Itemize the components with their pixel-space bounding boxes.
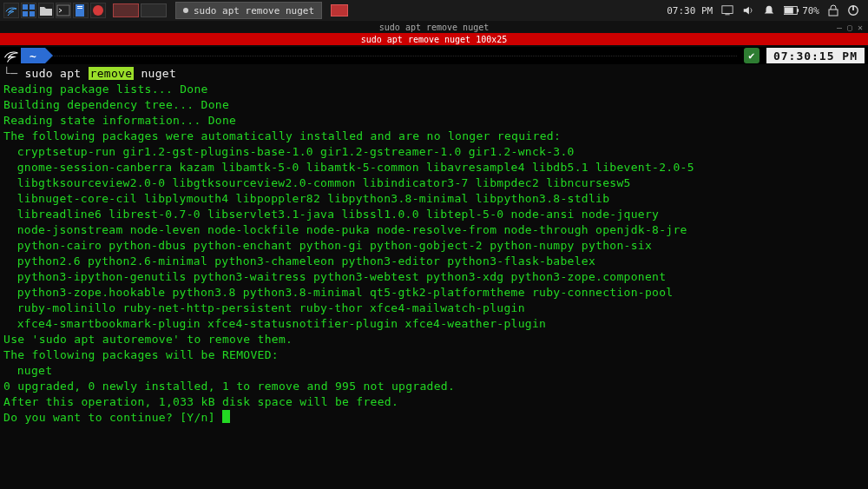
svg-rect-16 bbox=[852, 6, 854, 10]
auto-pkg-line: cryptsetup-run gir1.2-gst-plugins-base-1… bbox=[3, 144, 865, 160]
svg-rect-6 bbox=[77, 6, 82, 7]
minimize-icon[interactable]: — bbox=[837, 23, 842, 32]
system-taskbar: sudo apt remove nuget 07:30 PM 70% bbox=[0, 0, 868, 21]
auto-pkg-line: python-cairo python-dbus python-enchant … bbox=[3, 238, 865, 254]
line-auto-header: The following packages were automaticall… bbox=[3, 129, 561, 142]
line-reading-state: Reading state information... Done bbox=[3, 114, 236, 127]
close-icon[interactable]: ✕ bbox=[858, 23, 863, 32]
lock-icon[interactable] bbox=[828, 4, 838, 17]
auto-pkg-line: libreadline6 librest-0.7-0 libservlet3.1… bbox=[3, 207, 865, 222]
taskbar-clock[interactable]: 07:30 PM bbox=[667, 5, 713, 17]
task-title: sudo apt remove nuget bbox=[194, 5, 314, 17]
terminal-output[interactable]: └─ sudo apt remove nuget Reading package… bbox=[0, 64, 868, 429]
cmd-prefix: sudo apt bbox=[24, 67, 88, 80]
status-ok-icon: ✔ bbox=[744, 48, 760, 63]
task-dot-icon bbox=[183, 8, 188, 13]
kali-logo-icon bbox=[3, 48, 19, 63]
files-icon[interactable] bbox=[38, 3, 54, 18]
prompt-bar: ~ ✔ 07:30:15 PM bbox=[0, 47, 868, 64]
kali-menu-icon[interactable] bbox=[3, 3, 19, 18]
auto-pkg-line: libnuget-core-cil libplymouth4 libpopple… bbox=[3, 191, 865, 207]
workspace-switcher[interactable] bbox=[113, 3, 167, 17]
auto-pkg-line: gnome-session-canberra kazam libamtk-5-0… bbox=[3, 160, 865, 175]
svg-rect-13 bbox=[785, 7, 793, 13]
auto-pkg-line: python2.6 python2.6-minimal python3-cham… bbox=[3, 254, 865, 269]
terminal-launcher-icon[interactable] bbox=[56, 3, 71, 18]
power-icon[interactable] bbox=[847, 4, 859, 17]
line-confirm: Do you want to continue? [Y/n] bbox=[3, 411, 222, 424]
auto-pkg-line: python3-ipython-genutils python3-waitres… bbox=[3, 269, 865, 285]
terminal-tab-text: sudo apt remove nuget 100x25 bbox=[361, 35, 508, 44]
display-icon[interactable] bbox=[721, 4, 733, 17]
auto-pkg-line: xfce4-smartbookmark-plugin xfce4-statusn… bbox=[3, 316, 865, 332]
svg-rect-1 bbox=[30, 4, 35, 10]
line-building-tree: Building dependency tree... Done bbox=[3, 98, 229, 111]
cmd-suffix: nuget bbox=[134, 67, 176, 80]
workspace-2[interactable] bbox=[141, 3, 167, 17]
svg-rect-4 bbox=[57, 5, 69, 16]
maximize-icon[interactable]: ▢ bbox=[847, 23, 852, 32]
prompt-divider bbox=[52, 56, 737, 56]
svg-rect-2 bbox=[23, 11, 28, 17]
line-reading-lists: Reading package lists... Done bbox=[3, 83, 208, 96]
taskbar-window-entry[interactable]: sudo apt remove nuget bbox=[175, 2, 322, 19]
svg-rect-0 bbox=[23, 4, 28, 10]
line-summary: 0 upgraded, 0 newly installed, 1 to remo… bbox=[3, 380, 455, 393]
show-desktop-icon[interactable] bbox=[21, 3, 36, 18]
cwd-segment: ~ bbox=[21, 48, 45, 63]
prompt-branch-icon: └─ bbox=[3, 67, 17, 80]
cursor-icon bbox=[222, 410, 230, 423]
workspace-1[interactable] bbox=[113, 3, 139, 17]
cmd-highlight: remove bbox=[89, 67, 135, 80]
line-remove-header: The following packages will be REMOVED: bbox=[3, 348, 279, 361]
volume-icon[interactable] bbox=[742, 4, 754, 17]
svg-rect-12 bbox=[797, 9, 799, 12]
prompt-clock-text: 07:30:15 PM bbox=[773, 50, 858, 63]
taskbar-accent-icon bbox=[331, 4, 348, 17]
terminal-tab-title: sudo apt remove nuget 100x25 bbox=[0, 33, 868, 45]
battery-percent: 70% bbox=[802, 5, 819, 17]
svg-rect-9 bbox=[722, 6, 733, 14]
svg-rect-7 bbox=[77, 8, 82, 9]
cwd-text: ~ bbox=[30, 50, 36, 63]
auto-pkg-line: libgtksourceview2.0-0 libgtksourceview2.… bbox=[3, 175, 865, 191]
window-title: sudo apt remove nuget bbox=[379, 23, 489, 32]
line-disk: After this operation, 1,033 kB disk spac… bbox=[3, 395, 398, 408]
svg-rect-14 bbox=[829, 10, 838, 16]
battery-icon[interactable]: 70% bbox=[784, 5, 819, 17]
svg-rect-3 bbox=[30, 11, 35, 17]
line-autoremove-hint: Use 'sudo apt autoremove' to remove them… bbox=[3, 333, 293, 346]
editor-icon[interactable] bbox=[73, 3, 89, 18]
auto-pkg-line: python3-zope.hookable python3.8 python3.… bbox=[3, 285, 865, 301]
auto-pkg-line: node-jsonstream node-leven node-lockfile… bbox=[3, 222, 865, 238]
window-titlebar[interactable]: sudo apt remove nuget — ▢ ✕ bbox=[0, 21, 868, 33]
svg-rect-10 bbox=[726, 14, 730, 15]
app-icon[interactable] bbox=[90, 3, 106, 18]
remove-pkg-line: nuget bbox=[3, 363, 865, 379]
prompt-clock: 07:30:15 PM bbox=[766, 48, 865, 63]
auto-pkg-line: ruby-molinillo ruby-net-http-persistent … bbox=[3, 301, 865, 316]
svg-point-8 bbox=[93, 5, 103, 16]
notifications-icon[interactable] bbox=[763, 4, 775, 17]
